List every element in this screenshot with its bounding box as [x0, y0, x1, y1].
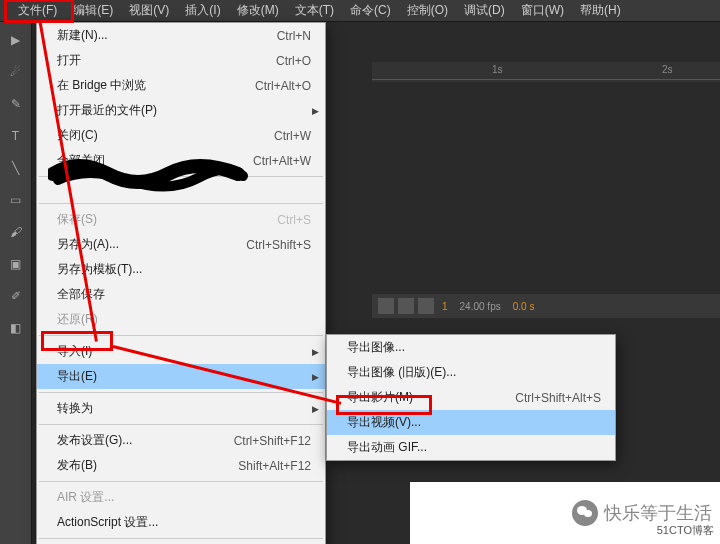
menu-item-shortcut: Ctrl+N: [277, 29, 311, 43]
menu-item-label: 保存(S): [57, 211, 97, 228]
menu-item-label: 转换为: [57, 400, 93, 417]
menu-item-shortcut: Shift+Alt+F12: [238, 459, 311, 473]
menu-file[interactable]: 文件(F): [10, 0, 65, 22]
file-menu-item[interactable]: 另存为(A)...Ctrl+Shift+S: [37, 232, 325, 257]
pen-tool-icon[interactable]: ✎: [2, 90, 30, 118]
menu-item-label: 打开: [57, 52, 81, 69]
menu-separator: [39, 424, 323, 425]
export-submenu-dropdown: 导出图像...导出图像 (旧版)(E)...导出影片(M)Ctrl+Shift+…: [326, 334, 616, 461]
file-menu-item[interactable]: 导入(I)▶: [37, 339, 325, 364]
fps-display: 24.00 fps: [456, 301, 505, 312]
file-menu-item[interactable]: 导出(E)▶: [37, 364, 325, 389]
export-submenu-item[interactable]: 导出动画 GIF...: [327, 435, 615, 460]
menu-item-label: 导出(E): [57, 368, 97, 385]
menu-item-shortcut: Ctrl+S: [277, 213, 311, 227]
menu-separator: [39, 392, 323, 393]
eraser-tool-icon[interactable]: ◧: [2, 314, 30, 342]
file-menu-item[interactable]: 全部关闭Ctrl+Alt+W: [37, 148, 325, 173]
rectangle-tool-icon[interactable]: ▭: [2, 186, 30, 214]
loop-icon[interactable]: [398, 298, 414, 314]
menu-item-label: 导入(I): [57, 343, 92, 360]
line-tool-icon[interactable]: ╲: [2, 154, 30, 182]
selection-tool-icon[interactable]: ▶: [2, 26, 30, 54]
file-menu-item[interactable]: ActionScript 设置...: [37, 510, 325, 535]
text-tool-icon[interactable]: T: [2, 122, 30, 150]
menu-window[interactable]: 窗口(W): [513, 0, 572, 22]
menu-item-label: 关闭(C): [57, 127, 98, 144]
menu-item-label: 导出动画 GIF...: [347, 439, 427, 456]
menu-item-shortcut: Ctrl+Alt+O: [255, 79, 311, 93]
brush-tool-icon[interactable]: 🖌: [2, 218, 30, 246]
file-menu-item[interactable]: 在 Bridge 中浏览Ctrl+Alt+O: [37, 73, 325, 98]
blog-watermark: 51CTO博客: [657, 523, 714, 538]
menu-item-shortcut: Ctrl+Shift+Alt+S: [515, 391, 601, 405]
menu-separator: [39, 335, 323, 336]
menu-item-shortcut: Ctrl+W: [274, 129, 311, 143]
file-menu-dropdown: 新建(N)...Ctrl+N打开Ctrl+O在 Bridge 中浏览Ctrl+A…: [36, 22, 326, 544]
menu-item-shortcut: Ctrl+Shift+F12: [234, 434, 311, 448]
submenu-arrow-icon: ▶: [312, 372, 319, 382]
file-menu-item: 还原(R): [37, 307, 325, 332]
menu-separator: [39, 176, 323, 177]
file-menu-item[interactable]: 发布设置(G)...Ctrl+Shift+F12: [37, 428, 325, 453]
file-menu-item[interactable]: 打开最近的文件(P)▶: [37, 98, 325, 123]
file-menu-item[interactable]: 另存为模板(T)...: [37, 257, 325, 282]
export-submenu-item[interactable]: 导出图像...: [327, 335, 615, 360]
menu-item-shortcut: Ctrl+Shift+S: [246, 238, 311, 252]
menu-item-label: 发布设置(G)...: [57, 432, 132, 449]
menu-edit[interactable]: 编辑(E): [65, 0, 121, 22]
menu-separator: [39, 538, 323, 539]
file-menu-item: 保存(S)Ctrl+S: [37, 207, 325, 232]
file-menu-item[interactable]: 发布(B)Shift+Alt+F12: [37, 453, 325, 478]
menubar: 文件(F) 编辑(E) 视图(V) 插入(I) 修改(M) 文本(T) 命令(C…: [0, 0, 720, 22]
menu-text[interactable]: 文本(T): [287, 0, 342, 22]
submenu-arrow-icon: ▶: [312, 347, 319, 357]
timeline-tick: 2s: [662, 64, 673, 75]
file-menu-item[interactable]: 转换为▶: [37, 396, 325, 421]
submenu-arrow-icon: ▶: [312, 404, 319, 414]
file-menu-item[interactable]: 打开Ctrl+O: [37, 48, 325, 73]
menu-separator: [39, 203, 323, 204]
onion-skin-icon[interactable]: [418, 298, 434, 314]
bucket-tool-icon[interactable]: ▣: [2, 250, 30, 278]
menu-modify[interactable]: 修改(M): [229, 0, 287, 22]
timeline-status-bar: 1 24.00 fps 0.0 s: [372, 294, 720, 318]
wechat-icon: [572, 500, 598, 526]
export-submenu-item[interactable]: 导出影片(M)Ctrl+Shift+Alt+S: [327, 385, 615, 410]
file-menu-item[interactable]: 关闭(C)Ctrl+W: [37, 123, 325, 148]
menu-item-shortcut: Ctrl+O: [276, 54, 311, 68]
menu-item-label: 导出视频(V)...: [347, 414, 421, 431]
menu-item-label: 全部保存: [57, 286, 105, 303]
file-menu-item[interactable]: 新建(N)...Ctrl+N: [37, 23, 325, 48]
menu-item-label: 发布(B): [57, 457, 97, 474]
submenu-arrow-icon: ▶: [312, 106, 319, 116]
menu-item-label: 导出图像 (旧版)(E)...: [347, 364, 456, 381]
menu-commands[interactable]: 命令(C): [342, 0, 399, 22]
current-frame: 1: [438, 301, 452, 312]
timeline[interactable]: 1s 2s: [372, 62, 720, 82]
file-menu-item[interactable]: 全部保存: [37, 282, 325, 307]
export-submenu-item[interactable]: 导出视频(V)...: [327, 410, 615, 435]
file-menu-item: AIR 设置...: [37, 485, 325, 510]
menu-debug[interactable]: 调试(D): [456, 0, 513, 22]
lasso-tool-icon[interactable]: ☄: [2, 58, 30, 86]
wechat-text: 快乐等于生活: [604, 501, 712, 525]
menu-item-label: 另存为模板(T)...: [57, 261, 142, 278]
menu-item-label: 新建(N)...: [57, 27, 108, 44]
menu-item-label: 导出影片(M): [347, 389, 413, 406]
eyedropper-tool-icon[interactable]: ✐: [2, 282, 30, 310]
menu-help[interactable]: 帮助(H): [572, 0, 629, 22]
elapsed-time: 0.0 s: [509, 301, 539, 312]
menu-item-label: AIR 设置...: [57, 489, 114, 506]
menu-insert[interactable]: 插入(I): [177, 0, 228, 22]
menu-item-label: 另存为(A)...: [57, 236, 119, 253]
menu-item-label: 全部关闭: [57, 152, 105, 169]
menu-item-label: ActionScript 设置...: [57, 514, 158, 531]
play-icon[interactable]: [378, 298, 394, 314]
menu-item-label: 在 Bridge 中浏览: [57, 77, 146, 94]
menu-view[interactable]: 视图(V): [121, 0, 177, 22]
timeline-tick: 1s: [492, 64, 503, 75]
export-submenu-item[interactable]: 导出图像 (旧版)(E)...: [327, 360, 615, 385]
menu-control[interactable]: 控制(O): [399, 0, 456, 22]
menu-item-label: 还原(R): [57, 311, 98, 328]
